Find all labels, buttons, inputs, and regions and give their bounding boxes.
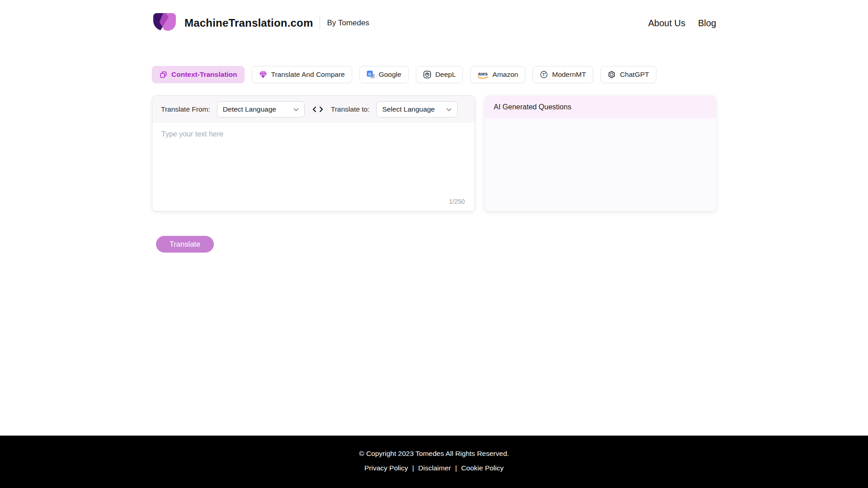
tab-label: Translate And Compare <box>271 70 345 79</box>
brand-subtitle: By Tomedes <box>327 19 369 28</box>
source-language-dropdown[interactable]: Detect Language <box>217 101 305 117</box>
translate-from-label: Translate From: <box>161 105 210 113</box>
aws-icon: aws <box>477 71 488 79</box>
tab-modernmt[interactable]: T ModernMT <box>533 66 593 83</box>
tab-deepl[interactable]: DeepL <box>416 66 463 83</box>
tab-chatgpt[interactable]: ChatGPT <box>600 66 656 83</box>
tab-label: DeepL <box>435 70 456 79</box>
main-nav: About Us Blog <box>648 18 716 28</box>
cookie-policy-link[interactable]: Cookie Policy <box>461 464 504 472</box>
nav-about-us[interactable]: About Us <box>648 18 685 28</box>
machinetranslation-logo-icon <box>152 12 177 34</box>
translation-workspace: Translate From: Detect Language Translat… <box>152 95 716 211</box>
target-language-dropdown[interactable]: Select Language <box>376 101 458 117</box>
svg-text:T: T <box>542 72 545 77</box>
tab-translate-and-compare[interactable]: Translate And Compare <box>252 66 352 83</box>
brand-divider <box>320 16 320 30</box>
tab-label: ChatGPT <box>620 70 649 79</box>
translate-button[interactable]: Translate <box>156 236 214 253</box>
tab-label: Context-Translation <box>171 70 237 79</box>
tab-label: Amazon <box>492 70 518 79</box>
svg-text:G: G <box>368 71 371 76</box>
ai-questions-header: AI Generated Questions <box>485 95 716 119</box>
tab-context-translation[interactable]: Context-Translation <box>152 66 245 83</box>
tab-amazon[interactable]: aws Amazon <box>470 66 525 83</box>
site-title: MachineTranslation.com <box>184 17 313 29</box>
source-text-input[interactable] <box>152 123 475 211</box>
ai-questions-title: AI Generated Questions <box>494 103 571 111</box>
privacy-policy-link[interactable]: Privacy Policy <box>364 464 408 472</box>
copy-icon <box>159 70 167 79</box>
source-language-value: Detect Language <box>223 105 276 113</box>
google-translate-icon: G <box>367 70 375 79</box>
source-text-area-wrap: 1/250 <box>152 123 475 211</box>
chevron-down-icon <box>446 105 452 113</box>
tab-label: Google <box>379 70 401 79</box>
copyright-text: © Copyright 2023 Tomedes All Rights Rese… <box>0 450 868 458</box>
footer-separator: | <box>455 464 457 472</box>
translate-to-label: Translate to: <box>331 105 370 113</box>
chevron-down-icon <box>293 105 299 113</box>
tab-label: ModernMT <box>552 70 586 79</box>
modernmt-icon: T <box>540 70 548 79</box>
engine-tabs: Context-Translation Translate And Compar… <box>152 66 716 83</box>
gem-icon <box>259 70 267 79</box>
character-counter: 1/250 <box>449 198 465 205</box>
top-header: MachineTranslation.com By Tomedes About … <box>152 0 716 34</box>
chatgpt-icon <box>608 70 616 79</box>
brand-home-link[interactable]: MachineTranslation.com By Tomedes <box>152 12 369 34</box>
page-footer: © Copyright 2023 Tomedes All Rights Rese… <box>0 436 868 488</box>
ai-questions-panel: AI Generated Questions <box>485 95 716 211</box>
footer-separator: | <box>412 464 414 472</box>
ai-questions-body <box>485 119 716 211</box>
translator-panel: Translate From: Detect Language Translat… <box>152 95 475 211</box>
language-selector-row: Translate From: Detect Language Translat… <box>152 96 475 123</box>
nav-blog[interactable]: Blog <box>698 18 716 28</box>
disclaimer-link[interactable]: Disclaimer <box>418 464 451 472</box>
target-language-value: Select Language <box>382 105 434 113</box>
footer-links: Privacy Policy | Disclaimer | Cookie Pol… <box>0 464 868 472</box>
deepl-icon <box>423 70 431 79</box>
tab-google[interactable]: G Google <box>359 66 409 83</box>
swap-languages-icon[interactable] <box>312 106 324 113</box>
